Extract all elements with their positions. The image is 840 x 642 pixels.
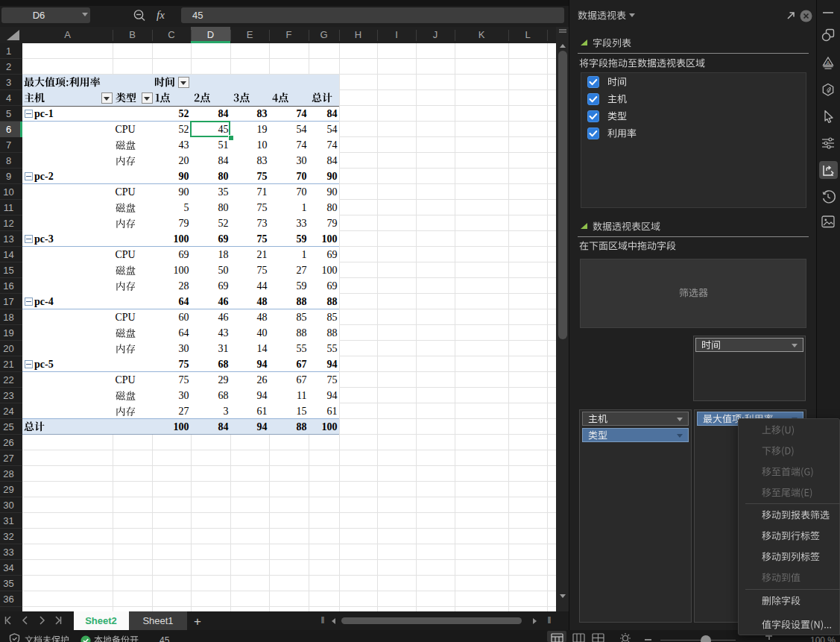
svg-text:A: A bbox=[826, 60, 830, 66]
